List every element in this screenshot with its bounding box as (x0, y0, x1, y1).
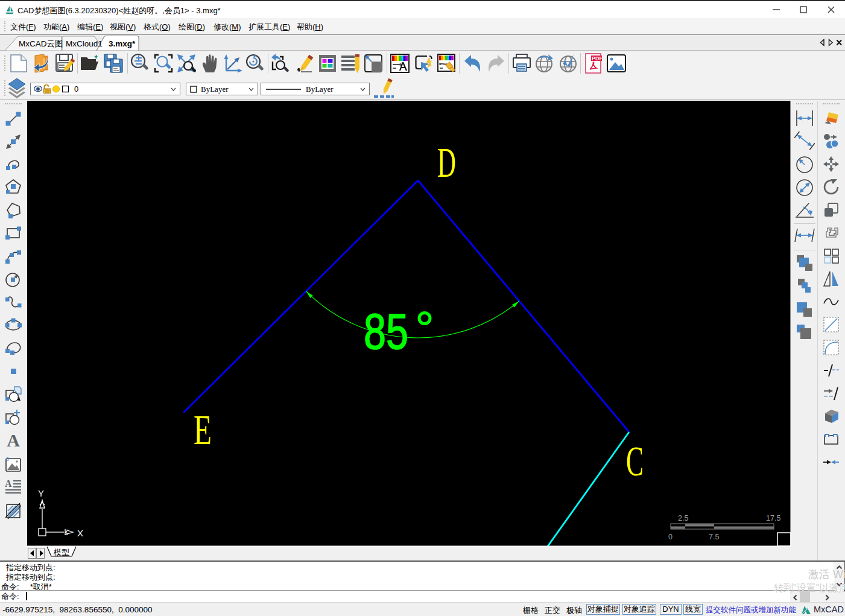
svg-text:PDF: PDF (592, 56, 603, 62)
svg-text:A: A (5, 479, 12, 489)
svg-text:0: 0 (6, 456, 9, 462)
svg-text:Y: Y (38, 488, 44, 498)
svg-text:模型: 模型 (53, 548, 69, 557)
svg-text:C: C (626, 439, 644, 484)
svg-text:3.mxg*: 3.mxg* (109, 39, 136, 48)
svg-text:X: X (77, 528, 83, 538)
svg-text:E: E (194, 407, 212, 453)
svg-text:MxCAD云图: MxCAD云图 (19, 39, 63, 48)
svg-text:0: 0 (668, 533, 673, 541)
svg-text:MxCloud1: MxCloud1 (66, 39, 103, 48)
svg-text:17.5: 17.5 (766, 514, 780, 522)
svg-text:7.5: 7.5 (709, 533, 719, 541)
svg-text:D: D (437, 140, 456, 186)
svg-text:85: 85 (364, 303, 408, 360)
svg-text:2.5: 2.5 (678, 514, 688, 522)
